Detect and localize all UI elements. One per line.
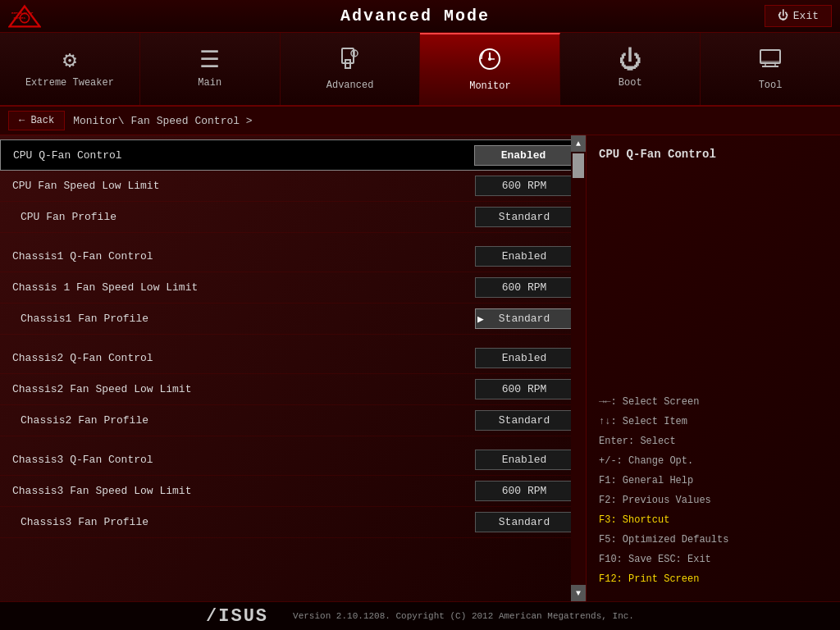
setting-value[interactable]: 600 RPM [475,277,573,298]
exit-button[interactable]: ⏻ Exit [765,5,832,27]
shortcut-item: +/-: Change Opt. [599,451,828,471]
tab-main[interactable]: ☰ Main [140,33,281,105]
shortcut-item: ↑↓: Select Item [599,412,828,431]
setting-label: Chassis2 Fan Profile [12,414,475,427]
svg-point-9 [488,57,491,61]
header: REPUBLIC OF GAMERS Advanced Mode ⏻ Exit [0,0,840,33]
setting-value[interactable]: Enabled [475,348,573,368]
setting-label: Chassis3 Q-Fan Control [12,454,475,466]
header-title: Advanced Mode [66,7,765,25]
shortcut-item: F5: Optimized Defaults [599,530,828,550]
version-text: Version 2.10.1208. Copyright (C) 2012 Am… [293,611,634,621]
setting-label: Chassis2 Q-Fan Control [12,352,475,364]
setting-value[interactable]: Standard [475,207,573,227]
footer: /ISUS Version 2.10.1208. Copyright (C) 2… [0,601,840,630]
scroll-up-arrow[interactable]: ▲ [571,135,586,152]
tab-advanced[interactable]: Advanced [281,33,421,105]
tab-tool[interactable]: Tool [701,33,840,105]
asus-logo: /ISUS [206,606,268,627]
setting-value[interactable]: Enabled [475,246,573,267]
right-panel: CPU Q-Fan Control →←: Select Screen ↑↓: … [586,135,840,601]
table-row[interactable]: Chassis2 Fan Profile Standard [0,405,586,436]
shortcut-item: F1: General Help [599,471,828,491]
breadcrumb-bar: ← Back Monitor\ Fan Speed Control > [0,107,840,135]
extreme-tweaker-icon: ⚙ [62,50,76,73]
settings-panel: CPU Q-Fan Control Enabled CPU Fan Speed … [0,135,586,601]
setting-label: Chassis3 Fan Profile [12,516,475,528]
table-row[interactable]: CPU Fan Speed Low Limit 600 RPM [0,171,586,202]
help-title: CPU Q-Fan Control [599,148,828,161]
keyboard-shortcuts: →←: Select Screen ↑↓: Select Item Enter:… [599,392,828,589]
setting-label: CPU Fan Speed Low Limit [12,180,475,192]
table-row[interactable]: Chassis3 Q-Fan Control Enabled [0,445,586,476]
table-row[interactable]: Chassis2 Q-Fan Control Enabled [0,343,586,374]
table-row[interactable]: CPU Q-Fan Control Enabled [0,139,586,171]
setting-value[interactable]: ▶Standard [475,308,573,329]
tool-icon [759,47,782,75]
logo: REPUBLIC OF GAMERS [8,4,41,29]
spacer [0,436,586,445]
shortcut-item: →←: Select Screen [599,392,828,412]
setting-value[interactable]: Enabled [475,450,573,470]
spacer [0,233,586,241]
svg-text:GAMERS: GAMERS [13,16,25,19]
boot-icon: ⏻ [619,50,641,73]
nav-tabs: ⚙ Extreme Tweaker ☰ Main Advanced [0,33,840,107]
scrollbar[interactable]: ▲ ▼ [571,135,586,601]
main-content: CPU Q-Fan Control Enabled CPU Fan Speed … [0,135,840,601]
shortcut-item: F10: Save ESC: Exit [599,550,828,569]
setting-label: CPU Q-Fan Control [13,149,474,162]
table-row[interactable]: Chassis2 Fan Speed Low Limit 600 RPM [0,374,586,405]
spacer [0,335,586,343]
shortcut-f3: F3: Shortcut [599,510,828,530]
content-area: ⚙ Extreme Tweaker ☰ Main Advanced [0,33,840,601]
breadcrumb: Monitor\ Fan Speed Control > [73,115,252,127]
setting-value[interactable]: 600 RPM [475,481,573,501]
setting-value[interactable]: Enabled [474,145,573,166]
setting-label: Chassis1 Fan Profile [12,313,475,325]
tab-monitor[interactable]: Monitor [420,33,560,105]
shortcut-item: F2: Previous Values [599,491,828,510]
back-button[interactable]: ← Back [8,111,65,130]
bios-ui: REPUBLIC OF GAMERS Advanced Mode ⏻ Exit … [0,0,840,630]
setting-value[interactable]: Standard [475,410,573,431]
table-row[interactable]: Chassis3 Fan Speed Low Limit 600 RPM [0,476,586,507]
setting-label: Chassis 1 Fan Speed Low Limit [12,281,475,294]
setting-value[interactable]: 600 RPM [475,379,573,399]
svg-text:REPUBLIC OF: REPUBLIC OF [11,11,34,15]
scroll-down-arrow[interactable]: ▼ [571,585,586,601]
exit-icon: ⏻ [778,10,788,22]
setting-value[interactable]: 600 RPM [475,176,573,196]
table-row[interactable]: Chassis1 Q-Fan Control Enabled [0,241,586,272]
table-row[interactable]: Chassis 1 Fan Speed Low Limit 600 RPM [0,272,586,304]
table-row[interactable]: Chassis1 Fan Profile ▶Standard [0,304,586,335]
shortcut-item: Enter: Select [599,431,828,451]
shortcut-f12: F12: Print Screen [599,569,828,589]
advanced-icon [339,47,362,75]
tab-boot[interactable]: ⏻ Boot [560,33,701,105]
setting-label: Chassis1 Q-Fan Control [12,250,475,262]
setting-label: Chassis3 Fan Speed Low Limit [12,485,475,497]
scroll-thumb[interactable] [573,153,584,178]
main-icon: ☰ [199,50,220,73]
monitor-icon [477,48,502,76]
tab-extreme-tweaker[interactable]: ⚙ Extreme Tweaker [0,33,140,105]
table-row[interactable]: CPU Fan Profile Standard [0,202,586,233]
settings-list: CPU Q-Fan Control Enabled CPU Fan Speed … [0,135,586,601]
setting-label: CPU Fan Profile [12,211,475,223]
table-row[interactable]: Chassis3 Fan Profile Standard [0,507,586,538]
setting-label: Chassis2 Fan Speed Low Limit [12,383,475,395]
setting-value[interactable]: Standard [475,512,573,532]
